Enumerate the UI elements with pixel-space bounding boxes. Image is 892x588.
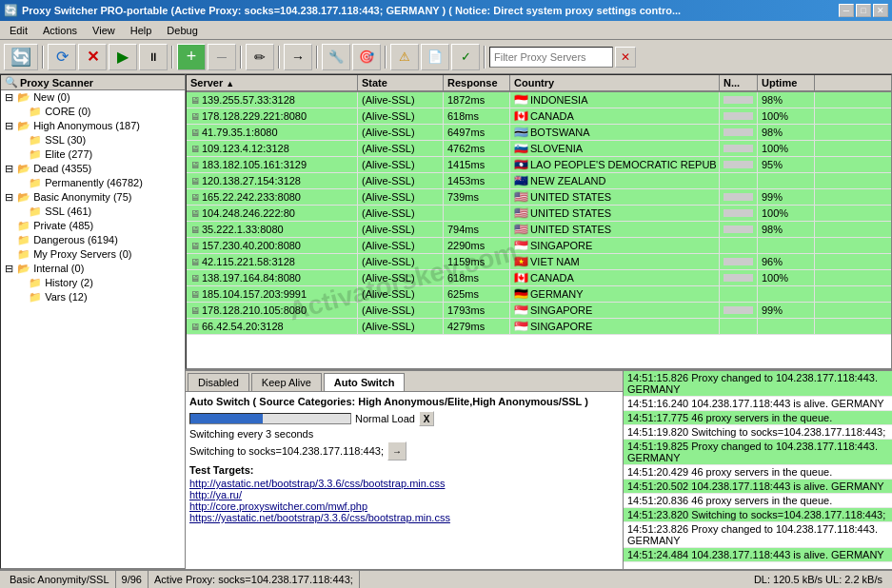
table-row[interactable]: 🖥 109.123.4.12:3128 (Alive-SSL) 4762ms 🇸… — [187, 141, 891, 157]
sidebar-item-internal[interactable]: ⊟ 📂 Internal (0) — [1, 262, 185, 276]
th-n[interactable]: N... — [720, 75, 758, 90]
toolbar-check-button[interactable]: ✓ — [451, 44, 480, 70]
target-url-1[interactable]: http://yastatic.net/bootstrap/3.3.6/css/… — [189, 478, 619, 489]
menu-view[interactable]: View — [85, 23, 123, 38]
td-state: (Alive-SSL) — [358, 254, 444, 269]
table-row[interactable]: 🖥 178.128.229.221:8080 (Alive-SSL) 618ms… — [187, 108, 891, 125]
td-country: 🇺🇸 UNITED STATES — [510, 222, 720, 237]
toolbar-warning-button[interactable]: ⚠ — [390, 44, 419, 70]
tab-autoswitch[interactable]: Auto Switch — [324, 373, 406, 391]
filter-input[interactable] — [489, 47, 613, 68]
flag-icon: 🇩🇪 — [514, 287, 528, 301]
menu-edit[interactable]: Edit — [2, 23, 35, 38]
th-server[interactable]: Server ▲ — [187, 75, 358, 90]
td-n — [720, 319, 758, 334]
menu-debug[interactable]: Debug — [159, 23, 205, 38]
sidebar-item-dangerous[interactable]: 📁 Dangerous (6194) — [1, 233, 185, 247]
server-icon: 🖥 — [190, 257, 200, 267]
th-state[interactable]: State — [358, 75, 444, 90]
table-row[interactable]: 🖥 66.42.54.20:3128 (Alive-SSL) 4279ms 🇸🇬… — [187, 319, 891, 335]
toolbar-stop-button[interactable]: ✕ — [78, 44, 107, 70]
table-row[interactable]: 🖥 35.222.1.33:8080 (Alive-SSL) 794ms 🇺🇸 … — [187, 222, 891, 238]
toolbar-sep-6 — [385, 46, 387, 69]
menu-actions[interactable]: Actions — [35, 23, 85, 38]
sidebar-item-new[interactable]: ⊟ 📂 New (0) — [1, 90, 185, 105]
td-state: (Alive-SSL) — [358, 286, 444, 302]
minimize-button[interactable]: ─ — [839, 4, 854, 17]
toolbar-sep-3 — [240, 46, 242, 69]
toolbar-pause-button[interactable]: ⏸ — [139, 44, 168, 70]
switch-arrow-button[interactable]: → — [387, 441, 406, 461]
toolbar-target-button[interactable]: 🎯 — [352, 44, 381, 70]
filter-clear-button[interactable]: ✕ — [615, 47, 636, 68]
table-row[interactable]: 🖥 165.22.242.233:8080 (Alive-SSL) 739ms … — [187, 189, 891, 206]
sidebar-header-icon: 🔍 — [5, 76, 18, 88]
td-n — [720, 238, 758, 253]
toolbar-play-button[interactable]: ▶ — [109, 44, 137, 70]
th-country[interactable]: Country — [510, 75, 720, 90]
server-icon: 🖥 — [190, 127, 200, 138]
toolbar-remove-button[interactable]: ─ — [208, 44, 236, 70]
sidebar-item-core[interactable]: 📁 CORE (0) — [1, 105, 185, 119]
expand-dead: ⊟ — [5, 163, 14, 175]
close-x-button[interactable]: X — [419, 411, 434, 426]
log-entry: 14:51:24.484 104.238.177.118:443 is aliv… — [624, 548, 892, 562]
tab-disabled[interactable]: Disabled — [188, 373, 249, 391]
server-icon: 🖥 — [190, 241, 200, 251]
flag-icon: 🇻🇳 — [514, 255, 528, 268]
table-row[interactable]: 🖥 185.104.157.203:9991 (Alive-SSL) 625ms… — [187, 286, 891, 303]
td-response: 2290ms — [444, 238, 510, 253]
tab-keepalive[interactable]: Keep Alive — [251, 373, 322, 391]
toolbar-edit-button[interactable]: ✏ — [246, 44, 274, 70]
table-row[interactable]: 🖥 104.248.246.222:80 (Alive-SSL) 🇺🇸 UNIT… — [187, 206, 891, 222]
td-server: 🖥 120.138.27.154:3128 — [187, 173, 358, 188]
td-state: (Alive-SSL) — [358, 319, 444, 334]
sidebar-item-elite[interactable]: 📁 Elite (277) — [1, 147, 185, 162]
th-response[interactable]: Response — [444, 75, 510, 90]
toolbar-info-button[interactable]: 📄 — [421, 44, 449, 70]
maximize-button[interactable]: □ — [856, 4, 871, 17]
table-row[interactable]: 🖥 41.79.35.1:8080 (Alive-SSL) 6497ms 🇧🇼 … — [187, 125, 891, 141]
sidebar-item-perm[interactable]: 📁 Permanently (46782) — [1, 176, 185, 190]
table-row[interactable]: 🖥 120.138.27.154:3128 (Alive-SSL) 1453ms… — [187, 173, 891, 189]
td-server: 🖥 35.222.1.33:8080 — [187, 222, 358, 237]
td-state: (Alive-SSL) — [358, 189, 444, 205]
toolbar-forward-button[interactable]: → — [284, 44, 312, 70]
td-response — [444, 206, 510, 221]
table-row[interactable]: 🖥 138.197.164.84:8080 (Alive-SSL) 618ms … — [187, 270, 891, 286]
label-dangerous: Dangerous (6194) — [33, 234, 118, 245]
close-button[interactable]: ✕ — [873, 4, 888, 17]
server-icon: 🖥 — [190, 208, 200, 219]
sidebar-item-dead[interactable]: ⊟ 📂 Dead (4355) — [1, 162, 185, 176]
status-bar: Basic Anonymity/SSL 9/96 Active Proxy: s… — [0, 569, 892, 588]
table-row[interactable]: 🖥 139.255.57.33:3128 (Alive-SSL) 1872ms … — [187, 92, 891, 108]
target-url-3[interactable]: http://core.proxyswitcher.com/mwf.php — [189, 500, 619, 512]
sidebar-item-vars[interactable]: 📁 Vars (12) — [1, 290, 185, 304]
table-row[interactable]: 🖥 157.230.40.200:8080 (Alive-SSL) 2290ms… — [187, 238, 891, 254]
table-row[interactable]: 🖥 183.182.105.161:3129 (Alive-SSL) 1415m… — [187, 157, 891, 173]
sidebar-item-private[interactable]: 📁 Private (485) — [1, 219, 185, 233]
sidebar-item-basic[interactable]: ⊟ 📂 Basic Anonymity (75) — [1, 190, 185, 205]
toolbar-logo[interactable]: 🔄 — [4, 44, 38, 70]
proxy-table: Server ▲ State Response Country N... Upt… — [186, 74, 892, 369]
toolbar-settings-button[interactable]: 🔧 — [322, 44, 350, 70]
td-country: 🇨🇦 CANADA — [510, 108, 720, 124]
sidebar-item-myproxy[interactable]: 📁 My Proxy Servers (0) — [1, 247, 185, 262]
target-url-4[interactable]: https://yastatic.net/bootstrap/3.3.6/css… — [189, 512, 619, 523]
toolbar-refresh-button[interactable]: ⟳ — [48, 44, 76, 70]
icon-core: 📁 — [29, 106, 42, 118]
table-row[interactable]: 🖥 178.128.210.105:8080 (Alive-SSL) 1793m… — [187, 303, 891, 319]
td-n — [720, 286, 758, 302]
table-body: 🖥 139.255.57.33:3128 (Alive-SSL) 1872ms … — [187, 92, 891, 335]
table-row[interactable]: 🖥 42.115.221.58:3128 (Alive-SSL) 1159ms … — [187, 254, 891, 270]
toolbar-add-button[interactable]: + — [177, 44, 206, 70]
th-uptime[interactable]: Uptime — [758, 75, 815, 90]
sidebar-item-highanon[interactable]: ⊟ 📂 High Anonymous (187) — [1, 119, 185, 133]
menu-help[interactable]: Help — [123, 23, 160, 38]
sidebar-item-ssl2[interactable]: 📁 SSL (461) — [1, 205, 185, 219]
sidebar-item-history[interactable]: 📁 History (2) — [1, 276, 185, 290]
toolbar-sep-4 — [278, 46, 280, 69]
sidebar-item-ssl[interactable]: 📁 SSL (30) — [1, 133, 185, 147]
td-n — [720, 222, 758, 237]
target-url-2[interactable]: http://ya.ru/ — [189, 489, 619, 500]
